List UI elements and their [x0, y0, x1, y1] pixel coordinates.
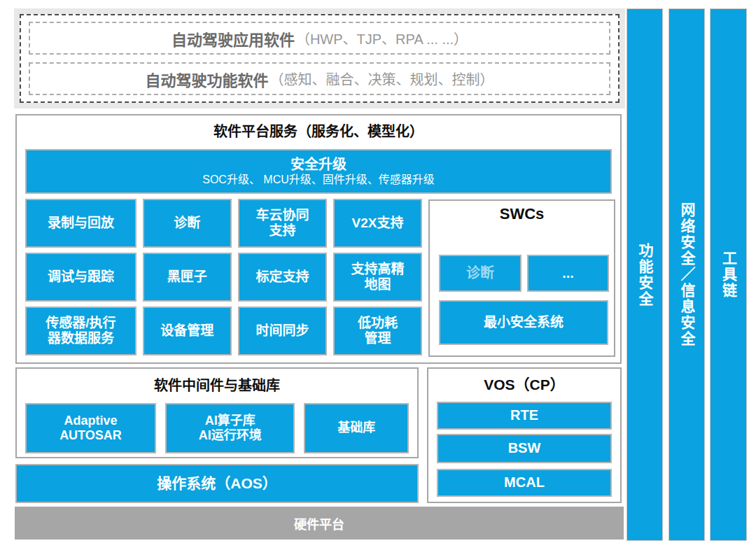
- network-information-security-bar: 网络安全／信息安全: [668, 8, 705, 541]
- vos-cp-box: VOS（CP） RTE BSW MCAL: [427, 367, 622, 503]
- swcs-title: SWCs: [430, 205, 614, 223]
- swc-more-box: ...: [527, 255, 609, 292]
- service-box-record-replay: 录制与回放: [25, 199, 136, 248]
- autonomous-driving-layers-panel: 自动驾驶应用软件 （HWP、TJP、RPA ... ...） 自动驾驶功能软件 …: [14, 8, 625, 108]
- vos-item-rte: RTE: [437, 402, 612, 430]
- platform-service-grid: 录制与回放 诊断 车云协同 支持 V2X支持 调试与跟踪 黑匣子 标定支持 支持…: [25, 199, 422, 355]
- software-platform-services-box: 软件平台服务（服务化、模型化） 安全升级 SOC升级、 MCU升级、固件升级、传…: [15, 114, 622, 364]
- app-software-note: （HWP、TJP、RPA ... ...）: [296, 28, 468, 48]
- application-layers-dashed-frame: 自动驾驶应用软件 （HWP、TJP、RPA ... ...） 自动驾驶功能软件 …: [20, 14, 620, 103]
- service-box-calibration: 标定支持: [238, 253, 327, 302]
- vos-title: VOS（CP）: [428, 373, 620, 394]
- service-box-blackbox: 黑匣子: [143, 253, 232, 302]
- functional-safety-bar: 功能安全: [626, 8, 663, 541]
- hardware-platform-bar: 硬件平台: [15, 507, 624, 540]
- service-box-low-power: 低功耗 管理: [333, 306, 422, 355]
- vos-item-mcal: MCAL: [437, 469, 612, 497]
- swcs-box: SWCs 诊断 ... 最小安全系统: [428, 199, 615, 357]
- app-software-title: 自动驾驶应用软件: [172, 27, 295, 50]
- middleware-item-ai-operator-runtime: AI算子库 AI运行环境: [165, 403, 295, 453]
- service-box-vehicle-cloud: 车云协同 支持: [238, 199, 327, 248]
- function-software-note: （感知、融合、决策、规划、控制）: [270, 69, 494, 89]
- toolchain-bar: 工具链: [710, 8, 747, 541]
- middleware-box: 软件中间件与基础库 Adaptive AUTOSAR AI算子库 AI运行环境 …: [15, 367, 419, 458]
- middleware-item-base-library: 基础库: [304, 403, 409, 453]
- architecture-diagram: 自动驾驶应用软件 （HWP、TJP、RPA ... ...） 自动驾驶功能软件 …: [0, 0, 756, 550]
- service-box-hd-map: 支持高精 地图: [333, 253, 422, 302]
- vos-item-bsw: BSW: [437, 434, 612, 463]
- middleware-item-adaptive-autosar: Adaptive AUTOSAR: [25, 403, 156, 453]
- service-box-v2x: V2X支持: [333, 199, 422, 248]
- middleware-title: 软件中间件与基础库: [17, 374, 417, 395]
- minimal-safety-system-box: 最小安全系统: [439, 300, 608, 345]
- operating-system-aos-bar: 操作系统（AOS）: [15, 464, 419, 503]
- platform-title: 软件平台服务（服务化、模型化）: [17, 120, 620, 141]
- service-box-time-sync: 时间同步: [238, 306, 327, 355]
- middleware-items-row: Adaptive AUTOSAR AI算子库 AI运行环境 基础库: [25, 403, 409, 453]
- service-box-device-management: 设备管理: [143, 306, 232, 355]
- security-upgrade-banner: 安全升级 SOC升级、 MCU升级、固件升级、传感器升级: [25, 149, 612, 194]
- app-software-layer: 自动驾驶应用软件 （HWP、TJP、RPA ... ...）: [29, 22, 610, 55]
- service-box-debug-trace: 调试与跟踪: [25, 253, 136, 302]
- service-box-sensor-actuator-data: 传感器/执行 器数据服务: [25, 306, 136, 355]
- security-upgrade-subtitle: SOC升级、 MCU升级、固件升级、传感器升级: [202, 173, 435, 188]
- service-box-diagnosis: 诊断: [143, 199, 232, 248]
- swc-diagnosis-box: 诊断: [439, 255, 522, 292]
- security-upgrade-title: 安全升级: [290, 156, 346, 173]
- function-software-title: 自动驾驶功能软件: [145, 68, 268, 90]
- function-software-layer: 自动驾驶功能软件 （感知、融合、决策、规划、控制）: [29, 62, 610, 95]
